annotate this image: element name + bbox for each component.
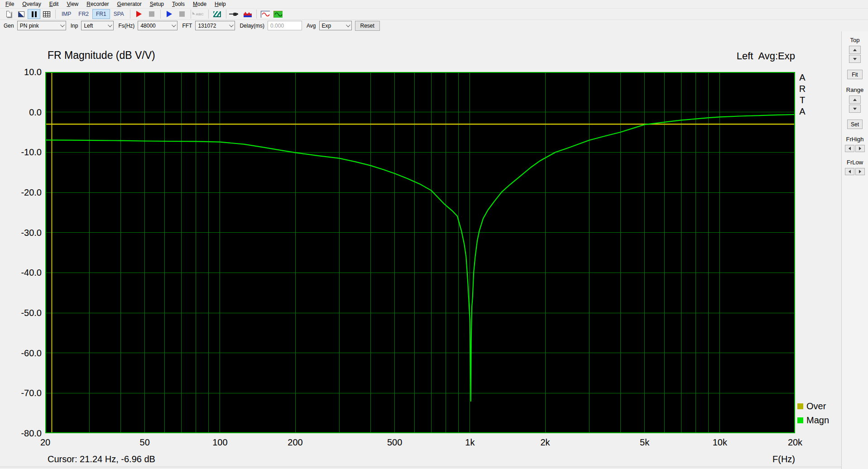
overlay-button[interactable] [15, 9, 28, 19]
top-down-button[interactable] [849, 55, 861, 63]
fs-combobox[interactable]: 48000 [138, 21, 177, 30]
chevron-down-icon [345, 23, 350, 27]
toolbar-separator [130, 10, 130, 19]
scope-view-button[interactable] [272, 9, 284, 19]
range-down-button[interactable] [849, 105, 861, 113]
arta-watermark: ARTA [797, 72, 807, 118]
spectrum-button[interactable] [241, 9, 254, 19]
stop-button[interactable] [176, 9, 188, 19]
fs-value: 48000 [140, 23, 155, 29]
microphone-button[interactable] [229, 9, 241, 19]
avg-combobox[interactable]: Exp [319, 21, 352, 30]
spectrum-mountain-icon [244, 11, 252, 17]
legend-label: Over [806, 401, 826, 412]
pause-button[interactable] [28, 9, 40, 19]
sine-red-icon [261, 11, 270, 18]
fft-combobox[interactable]: 131072 [195, 21, 235, 30]
frhigh-label: FrHigh [846, 136, 863, 143]
frlow-decrease-button[interactable] [845, 168, 854, 175]
y-tick-label: -50.0 [0, 308, 42, 318]
new-document-button[interactable] [2, 9, 15, 19]
stop-icon [179, 11, 185, 17]
menu-item-view[interactable]: View [62, 0, 82, 8]
avg-label: Avg [307, 23, 316, 29]
new-document-icon [6, 11, 11, 17]
mode-button-imp[interactable]: IMP [58, 9, 75, 19]
menu-item-setup[interactable]: Setup [146, 0, 168, 8]
signal-view-button[interactable] [259, 9, 272, 19]
window-bottom-edge [0, 467, 841, 467]
top-up-button[interactable] [849, 46, 861, 54]
frlow-spinner [845, 168, 865, 176]
menu-item-file[interactable]: File [1, 0, 18, 8]
frlow-label: FrLow [847, 159, 863, 166]
delay-label: Delay(ms) [240, 23, 264, 29]
menu-item-tools[interactable]: Tools [168, 0, 189, 8]
signal-generator-button[interactable] [211, 9, 224, 19]
menu-item-help[interactable]: Help [211, 0, 230, 8]
chevron-down-icon [172, 23, 176, 27]
menu-item-edit[interactable]: Edit [45, 0, 63, 8]
menu-item-overlay[interactable]: Overlay [18, 0, 45, 8]
menu-item-recorder[interactable]: Recorder [82, 0, 113, 8]
legend-label: Magn [806, 415, 829, 426]
arrow-up-icon [853, 99, 857, 101]
avg-value: Exp [322, 23, 331, 29]
mode-button-spa[interactable]: SPA [110, 9, 128, 19]
y-tick-label: -60.0 [0, 348, 42, 358]
frhigh-increase-button[interactable] [855, 145, 865, 152]
cursor-readout: Cursor: 21.24 Hz, -6.96 dB [48, 454, 155, 464]
frlow-increase-button[interactable] [855, 168, 865, 175]
menu-item-generator[interactable]: Generator [113, 0, 146, 8]
set-button[interactable]: Set [847, 120, 863, 129]
y-tick-label: -40.0 [0, 268, 42, 278]
fr-magnitude-plot[interactable] [45, 72, 795, 433]
arrow-right-icon [859, 170, 861, 173]
x-tick-label: 200 [277, 437, 313, 448]
menu-item-mode[interactable]: Mode [189, 0, 211, 8]
channel-average-info: Left Avg:Exp [737, 50, 795, 62]
y-tick-label: -20.0 [0, 187, 42, 197]
toolbar-separator [191, 10, 191, 19]
y-tick-label: -80.0 [0, 428, 42, 438]
record-stop-button[interactable] [145, 9, 158, 19]
play-button[interactable] [163, 9, 176, 19]
x-tick-label: 5k [627, 437, 663, 448]
inp-combobox[interactable]: Left [81, 21, 114, 30]
chart-title: FR Magnitude (dB V/V) [48, 49, 155, 62]
record-start-button[interactable] [133, 9, 145, 19]
abc-calibrate-button[interactable]: ABC [193, 9, 206, 19]
table-view-button[interactable] [40, 9, 53, 19]
plot-background [45, 72, 795, 433]
legend-item-over: Over [797, 401, 829, 412]
gen-label: Gen [4, 23, 14, 29]
y-tick-label: 10.0 [0, 67, 42, 77]
inp-label: Inp [71, 23, 78, 29]
fit-button[interactable]: Fit [847, 70, 863, 79]
x-tick-label: 100 [202, 437, 238, 448]
toolbar-main: IMPFR2FR1SPA ABC [0, 8, 868, 19]
legend-swatch [797, 403, 803, 409]
reset-button[interactable]: Reset [355, 21, 380, 31]
x-tick-label: 20k [777, 437, 813, 448]
measurement-settings-bar: Gen PN pink Inp Left Fs(Hz) 48000 FFT 13… [0, 19, 868, 32]
arrow-down-icon [853, 108, 857, 110]
x-tick-label: 20 [27, 437, 63, 448]
arrow-left-icon [849, 170, 851, 173]
legend-item-magn: Magn [797, 415, 829, 426]
gen-combobox[interactable]: PN pink [17, 21, 66, 30]
range-up-button[interactable] [849, 96, 861, 104]
x-tick-label: 10k [702, 437, 738, 448]
mode-button-fr2[interactable]: FR2 [75, 9, 92, 19]
pause-icon [32, 11, 37, 17]
frhigh-decrease-button[interactable] [845, 145, 854, 152]
chevron-down-icon [108, 23, 112, 27]
x-tick-label: 2k [527, 437, 563, 448]
arrow-up-icon [853, 49, 857, 51]
range-label: Range [846, 86, 863, 93]
delay-input[interactable]: 0.000 [268, 21, 302, 30]
arrow-right-icon [859, 147, 861, 150]
x-axis-title: F(Hz) [772, 454, 795, 464]
mode-button-fr1[interactable]: FR1 [92, 9, 110, 19]
arta-window: { "menu": { "items": ["File","Overlay","… [0, 0, 868, 469]
